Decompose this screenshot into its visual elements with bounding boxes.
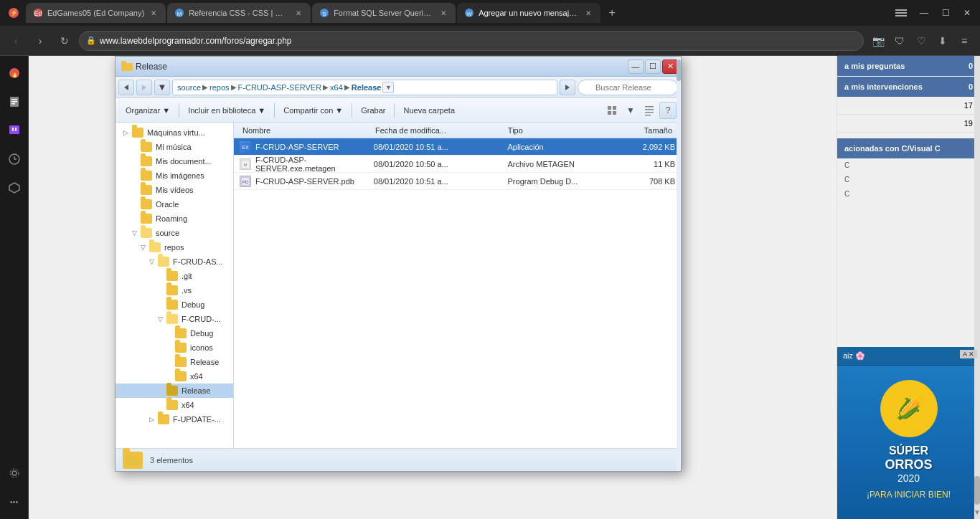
ad-close-button[interactable]: A ✕ [960, 350, 977, 358]
tree-item-roaming[interactable]: ▷ Roaming [116, 211, 233, 226]
fe-dropdown-button[interactable]: ▼ [154, 80, 170, 95]
svg-text:W: W [466, 11, 472, 17]
sidebar-cube-icon[interactable] [3, 176, 26, 199]
view-list-icon[interactable] [603, 102, 621, 119]
tab-edgames[interactable]: Ed EdGames05 (Ed Company) ✕ [26, 3, 166, 23]
view-details-icon[interactable] [641, 102, 658, 119]
right-scrollbar[interactable]: ▼ [974, 56, 980, 519]
minimize-button[interactable]: — [914, 3, 934, 23]
fe-back-button[interactable] [118, 80, 134, 95]
file-size-3: 708 KB [608, 177, 675, 186]
tab-css[interactable]: M Referencia CSS - CSS | MD... ✕ [167, 3, 311, 23]
tree-item-fcrud[interactable]: ▽ F-CRUD-AS... [116, 254, 233, 269]
breadcrumb-source[interactable]: source [177, 83, 201, 92]
tree-item-repos[interactable]: ▽ repos [116, 240, 233, 254]
file-list-empty-space [234, 190, 681, 448]
svg-rect-46 [126, 454, 131, 458]
folder-icon-14 [175, 328, 187, 338]
new-tab-button[interactable]: + [602, 3, 622, 23]
share-button[interactable]: Compartir con ▼ [278, 102, 349, 119]
fe-search-input[interactable] [578, 80, 678, 95]
tree-item-source[interactable]: ▽ source [116, 226, 233, 240]
count-row-1: 17 [837, 97, 980, 115]
breadcrumb-dropdown-btn[interactable]: ▼ [382, 82, 394, 93]
expand-icon-9: ▽ [147, 257, 156, 266]
fe-close-button[interactable]: ✕ [662, 59, 678, 74]
svg-rect-8 [895, 9, 907, 11]
tree-item-debug1[interactable]: ▷ Debug [116, 297, 233, 312]
expand-icon-14: ▷ [164, 329, 173, 338]
burn-button[interactable]: Grabar [355, 102, 391, 119]
fe-minimize-button[interactable]: — [628, 59, 644, 74]
view-chevron-icon[interactable]: ▼ [622, 102, 639, 119]
address-display[interactable]: www.lawebdelprogramador.com/foros/agrega… [79, 31, 864, 51]
organize-button[interactable]: Organizar ▼ [120, 102, 176, 119]
heart-icon[interactable]: ♡ [911, 31, 931, 51]
tree-item-x64-1[interactable]: ▷ x64 [116, 369, 233, 384]
folder-icon-10 [166, 271, 178, 281]
tab-close-2[interactable]: ✕ [293, 8, 303, 18]
shield-icon[interactable]: 🛡 [890, 31, 910, 51]
sidebar-settings-icon[interactable] [3, 462, 26, 485]
tree-item-release-selected[interactable]: ▷ Release [116, 384, 233, 398]
fe-help-button[interactable]: ? [659, 102, 677, 119]
col-header-type[interactable]: Tipo [505, 126, 606, 135]
tree-item-iconos[interactable]: ▷ iconos [116, 341, 233, 355]
tab-close-4[interactable]: ✕ [583, 8, 593, 18]
tree-item-fupdate[interactable]: ▷ F-UPDATE-... [116, 412, 233, 427]
tree-item-fcrud2[interactable]: ▽ F-CRUD-... [116, 312, 233, 326]
expand-icon-5: ▷ [130, 200, 138, 209]
tree-item-debug2[interactable]: ▷ Debug [116, 326, 233, 341]
forward-button[interactable]: › [30, 31, 50, 51]
breadcrumb-fcrud[interactable]: F-CRUD-ASP-SERVER [238, 83, 322, 92]
related-panel-header: acionadas con C/Visual C [837, 138, 980, 158]
tab-sql[interactable]: S Format SQL Server Queries... ✕ [312, 3, 456, 23]
breadcrumb-release[interactable]: Release [352, 83, 382, 92]
breadcrumb-repos[interactable]: repos [209, 83, 230, 92]
fe-nav-forward-btn[interactable] [560, 80, 575, 95]
col-header-name[interactable]: Nombre [240, 126, 372, 135]
sidebar-fire-icon[interactable]: 🔥 [3, 62, 26, 85]
sidebar-twitch-icon[interactable] [3, 119, 26, 142]
col-header-size[interactable]: Tamaño [606, 126, 675, 135]
tree-item-git[interactable]: ▷ .git [116, 269, 233, 283]
tab-close-1[interactable]: ✕ [149, 8, 159, 18]
fe-forward-button[interactable] [136, 80, 152, 95]
tree-item-images[interactable]: ▷ Mis imágenes [116, 168, 233, 183]
tree-item-videos[interactable]: ▷ Mis vídeos [116, 183, 233, 197]
breadcrumb-x64[interactable]: x64 [330, 83, 343, 92]
tree-item-music[interactable]: ▷ Mi música [116, 140, 233, 154]
related-item-2: C [837, 173, 980, 187]
new-folder-button[interactable]: Nueva carpeta [397, 102, 461, 119]
col-header-date[interactable]: Fecha de modifica... [372, 126, 505, 135]
file-explorer-window: Release — ☐ ✕ ▼ source ▶ [115, 56, 682, 472]
back-button[interactable]: ‹ [6, 31, 26, 51]
svg-text:S: S [322, 11, 326, 17]
tree-item-release1[interactable]: ▷ Release [116, 355, 233, 369]
sidebar-clock-icon[interactable] [3, 148, 26, 171]
tree-item-docs[interactable]: ▷ Mis document... [116, 154, 233, 168]
library-button[interactable]: Incluir en biblioteca ▼ [182, 102, 271, 119]
pdb-icon-3: PD [240, 176, 251, 187]
hamburger-icon[interactable]: ≡ [954, 31, 974, 51]
tab-close-3[interactable]: ✕ [438, 8, 448, 18]
tree-item-vs[interactable]: ▷ .vs [116, 283, 233, 297]
sidebar-note-icon[interactable] [3, 90, 26, 113]
file-row-pdb[interactable]: PD F-CRUD-ASP-SERVER.pdb 08/01/2020 10:5… [234, 173, 681, 190]
tree-item-x64-2[interactable]: ▷ x64 [116, 398, 233, 412]
close-browser-button[interactable]: ✕ [957, 3, 977, 23]
tree-item-oracle[interactable]: ▷ Oracle [116, 197, 233, 211]
camera-icon[interactable]: 📷 [868, 31, 888, 51]
fe-maximize-button[interactable]: ☐ [645, 59, 661, 74]
svg-rect-31 [608, 106, 611, 110]
scroll-down-btn[interactable]: ▼ [974, 505, 980, 519]
maximize-button[interactable]: ☐ [936, 3, 956, 23]
refresh-button[interactable]: ↻ [55, 31, 75, 51]
tree-item-machines[interactable]: ▷ Máquinas virtu... [116, 125, 233, 140]
file-row-fcrud-exe[interactable]: EX F-CRUD-ASP-SERVER 08/01/2020 10:51 a.… [234, 138, 681, 156]
file-row-metagen[interactable]: M F-CRUD-ASP-SERVER.exe.metagen 08/01/20… [234, 156, 681, 173]
download-icon[interactable]: ⬇ [933, 31, 953, 51]
count-row-2: 19 [837, 115, 980, 133]
tab-agregar[interactable]: W Agregar un nuevo mensaje... ✕ [457, 3, 600, 23]
sidebar-more-icon[interactable]: ••• [3, 490, 26, 513]
